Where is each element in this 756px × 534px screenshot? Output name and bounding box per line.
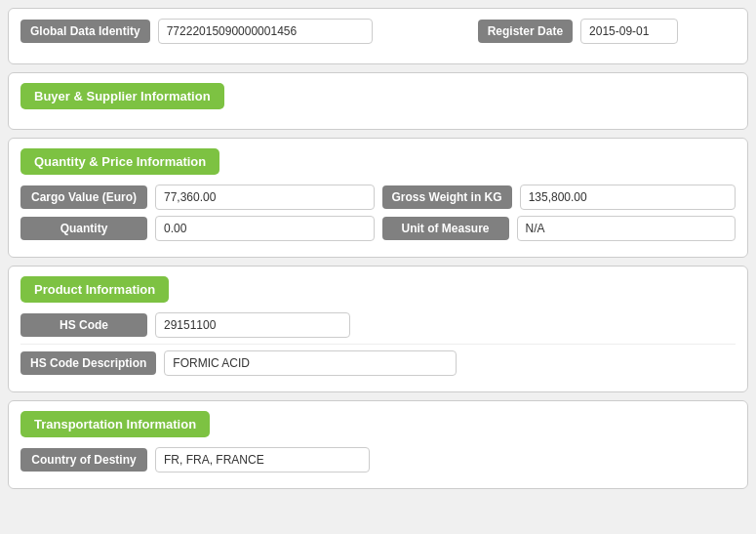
top-row: Global Data Identity 7722201509000000145… (20, 19, 736, 44)
cargo-value-value: 77,360.00 (155, 185, 375, 210)
transportation-header: Transportation Information (20, 411, 210, 437)
gross-weight-pair: Gross Weight in KG 135,800.00 (382, 185, 736, 210)
buyer-supplier-section: Buyer & Supplier Information (8, 72, 748, 130)
quantity-uom-row: Quantity 0.00 Unit of Measure N/A (20, 216, 736, 241)
uom-value: N/A (517, 216, 736, 241)
top-section: Global Data Identity 7722201509000000145… (8, 8, 748, 64)
hs-desc-label: HS Code Description (20, 351, 156, 375)
cargo-value-label: Cargo Value (Euro) (20, 185, 147, 209)
cargo-gross-row: Cargo Value (Euro) 77,360.00 Gross Weigh… (20, 185, 736, 210)
quantity-price-header: Quantity & Price Information (20, 148, 219, 175)
hs-desc-row: HS Code Description FORMIC ACID (20, 350, 736, 376)
gross-weight-label: Gross Weight in KG (382, 185, 512, 209)
quantity-price-section: Quantity & Price Information Cargo Value… (8, 138, 748, 258)
hs-desc-value: FORMIC ACID (164, 350, 457, 376)
cargo-value-pair: Cargo Value (Euro) 77,360.00 (20, 185, 375, 210)
uom-pair: Unit of Measure N/A (382, 216, 736, 241)
gdi-label: Global Data Identity (20, 20, 150, 43)
quantity-label: Quantity (20, 217, 147, 240)
register-date-value: 2015-09-01 (580, 19, 678, 44)
hs-code-row: HS Code 29151100 (20, 312, 736, 338)
product-divider (20, 344, 736, 345)
country-destiny-row: Country of Destiny FR, FRA, FRANCE (20, 447, 736, 472)
country-destiny-label: Country of Destiny (20, 448, 147, 472)
quantity-value: 0.00 (155, 216, 375, 241)
transportation-section: Transportation Information Country of De… (8, 400, 748, 489)
gross-weight-value: 135,800.00 (520, 185, 736, 210)
hs-code-value: 29151100 (155, 312, 350, 338)
buyer-supplier-header: Buyer & Supplier Information (20, 83, 224, 109)
product-header: Product Information (20, 276, 169, 303)
product-section: Product Information HS Code 29151100 HS … (8, 266, 748, 392)
hs-code-label: HS Code (20, 313, 147, 337)
uom-label: Unit of Measure (382, 217, 509, 240)
quantity-pair: Quantity 0.00 (20, 216, 375, 241)
country-destiny-value: FR, FRA, FRANCE (155, 447, 370, 472)
register-date-label: Register Date (478, 20, 573, 43)
gdi-value: 77222015090000001456 (158, 19, 373, 44)
